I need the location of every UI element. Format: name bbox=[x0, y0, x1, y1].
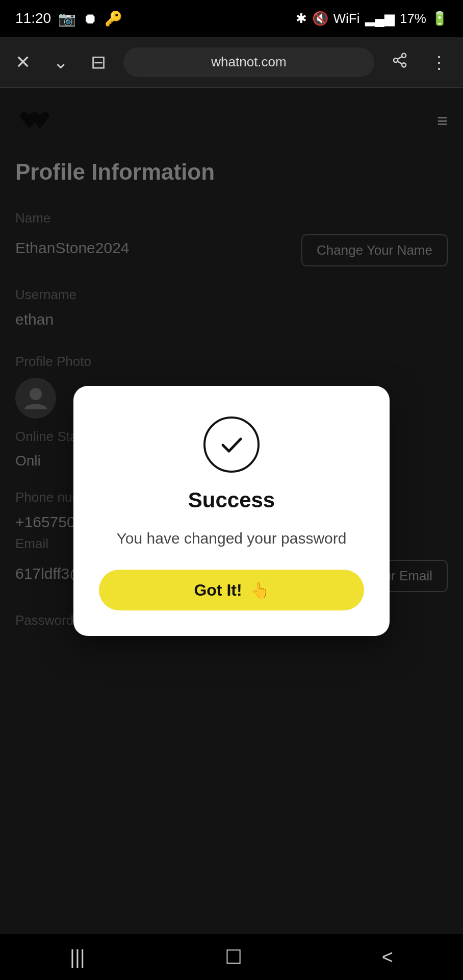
browser-bar: ✕ ⌄ ⊟ whatnot.com ⋮ bbox=[0, 37, 463, 88]
page-content: ≡ Profile Information Name EthanStone202… bbox=[0, 88, 463, 934]
mute-icon: 🔇 bbox=[312, 11, 328, 27]
tabs-button[interactable]: ⊟ bbox=[86, 46, 111, 78]
success-icon bbox=[203, 416, 260, 473]
cursor-icon: 👆 bbox=[250, 581, 269, 599]
battery-icon: 🔋 bbox=[431, 11, 448, 27]
got-it-label: Got It! bbox=[194, 581, 242, 600]
url-bar[interactable]: whatnot.com bbox=[123, 47, 374, 77]
status-bar: 11:20 📷 ⏺ 🔑 ✱ 🔇 WiFi ▂▄▆ 17% 🔋 bbox=[0, 0, 463, 37]
home-button[interactable]: ☐ bbox=[210, 941, 258, 973]
signal-icon: ▂▄▆ bbox=[365, 11, 395, 27]
svg-line-3 bbox=[397, 61, 402, 64]
key-icon: 🔑 bbox=[105, 10, 122, 27]
url-text: whatnot.com bbox=[211, 54, 286, 70]
got-it-button[interactable]: Got It! 👆 bbox=[99, 570, 364, 610]
status-right: ✱ 🔇 WiFi ▂▄▆ 17% 🔋 bbox=[296, 11, 448, 27]
close-tab-button[interactable]: ✕ bbox=[10, 46, 36, 78]
modal-title: Success bbox=[188, 488, 275, 512]
svg-point-1 bbox=[394, 58, 398, 62]
time-display: 11:20 bbox=[15, 10, 51, 27]
success-modal: Success You have changed your password G… bbox=[73, 386, 390, 636]
bluetooth-icon: ✱ bbox=[296, 11, 307, 27]
modal-backdrop: Success You have changed your password G… bbox=[0, 88, 463, 934]
wifi-icon: WiFi bbox=[333, 11, 360, 27]
bottom-nav: ||| ☐ < bbox=[0, 934, 463, 980]
svg-line-4 bbox=[397, 56, 402, 59]
screenrecord-icon: ⏺ bbox=[83, 10, 97, 27]
svg-point-2 bbox=[402, 63, 406, 67]
recent-apps-button[interactable]: ||| bbox=[55, 941, 100, 973]
share-button[interactable] bbox=[387, 47, 413, 78]
status-left: 11:20 📷 ⏺ 🔑 bbox=[15, 10, 122, 27]
back-button[interactable]: < bbox=[367, 941, 408, 973]
battery-level: 17% bbox=[400, 11, 426, 27]
camera-icon: 📷 bbox=[58, 10, 76, 27]
svg-point-0 bbox=[402, 53, 406, 57]
browser-menu-button[interactable]: ⋮ bbox=[425, 47, 453, 78]
dropdown-button[interactable]: ⌄ bbox=[48, 46, 73, 78]
modal-message: You have changed your password bbox=[117, 528, 347, 549]
